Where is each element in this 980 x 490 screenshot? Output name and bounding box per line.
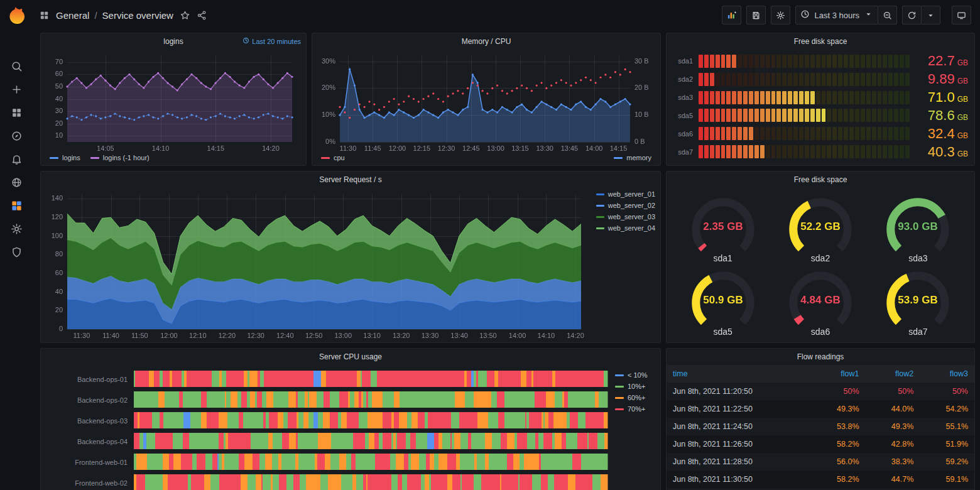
legend-label: 70%+ bbox=[628, 405, 645, 413]
legend-item[interactable]: web_server_03 bbox=[596, 213, 655, 220]
legend-item[interactable]: 60%+ bbox=[615, 394, 656, 401]
add-panel-button[interactable] bbox=[722, 6, 741, 24]
disk-cell bbox=[782, 73, 787, 86]
disk-cell bbox=[799, 73, 803, 86]
panel-title[interactable]: Free disk space bbox=[794, 175, 847, 184]
disk-cell bbox=[849, 55, 854, 68]
legend-item[interactable]: cpu bbox=[321, 154, 345, 161]
disk-cell bbox=[810, 145, 815, 158]
disk-cell bbox=[878, 55, 882, 68]
legend-label: web_server_02 bbox=[608, 202, 655, 209]
panel-title[interactable]: logins bbox=[163, 37, 183, 46]
disk-cell bbox=[793, 73, 798, 86]
legend-item[interactable]: 10%+ bbox=[615, 383, 656, 390]
save-dashboard-button[interactable] bbox=[746, 6, 766, 24]
disk-cell bbox=[788, 127, 792, 140]
column-header-flow2[interactable]: flow2 bbox=[866, 365, 920, 383]
disk-cell bbox=[844, 145, 848, 158]
disk-cell bbox=[766, 91, 770, 104]
sidebar-item-explore[interactable] bbox=[4, 125, 29, 147]
breadcrumb: General / Service overview bbox=[56, 10, 173, 21]
sidebar-item-configuration[interactable] bbox=[4, 218, 29, 240]
panel-free-disk-gauges: Free disk space sda1sda2sda3sda5sda6sda7 bbox=[666, 171, 975, 343]
disk-cell bbox=[883, 145, 887, 158]
legend-item[interactable]: memory bbox=[614, 154, 651, 161]
cell-time: Jun 8th, 2021 11:30:50 bbox=[667, 471, 811, 488]
disk-cell bbox=[810, 55, 815, 68]
legend-label: web_server_03 bbox=[608, 213, 655, 220]
panel-title[interactable]: Server Request / s bbox=[319, 175, 381, 184]
legend-item[interactable]: web_server_02 bbox=[596, 202, 655, 209]
disk-cell bbox=[849, 91, 854, 104]
gauge-label: sda5 bbox=[713, 327, 732, 337]
disk-row: sda371.0GB bbox=[673, 89, 968, 106]
column-header-flow1[interactable]: flow1 bbox=[811, 365, 866, 383]
breadcrumb-folder[interactable]: General bbox=[56, 10, 89, 21]
disk-cell bbox=[710, 73, 714, 86]
disk-cell bbox=[732, 127, 736, 140]
legend-item[interactable]: 70%+ bbox=[615, 405, 656, 413]
column-header-flow3[interactable]: flow3 bbox=[920, 365, 974, 383]
disk-cell bbox=[771, 145, 776, 158]
panel-title[interactable]: Memory / CPU bbox=[462, 37, 511, 46]
tv-mode-button[interactable] bbox=[952, 6, 971, 24]
sidebar-item-create[interactable] bbox=[4, 79, 29, 101]
refresh-interval-dropdown[interactable] bbox=[921, 6, 940, 24]
disk-cell bbox=[726, 73, 731, 86]
dashboard-settings-button[interactable] bbox=[771, 6, 790, 24]
sidebar-item-search[interactable] bbox=[4, 55, 29, 77]
sidebar-item-app-dashboard[interactable] bbox=[4, 195, 29, 217]
disk-cell bbox=[855, 109, 859, 122]
disk-cell bbox=[766, 55, 770, 68]
panel-time-override[interactable]: Last 20 minutes bbox=[242, 37, 301, 45]
sidebar-item-alerting[interactable] bbox=[4, 148, 29, 170]
legend-item[interactable]: web_server_01 bbox=[596, 190, 655, 198]
gauge-cell: sda6 bbox=[771, 263, 869, 337]
disk-cell bbox=[816, 127, 820, 140]
cpu-row-label: Backend-ops-03 bbox=[41, 410, 134, 431]
breadcrumb-dashboard-title[interactable]: Service overview bbox=[102, 10, 173, 21]
zoom-out-button[interactable] bbox=[878, 6, 897, 24]
disk-cell bbox=[844, 55, 848, 68]
sidebar-item-dashboards[interactable] bbox=[4, 102, 29, 124]
cpu-row-label: Backend-ops-01 bbox=[41, 369, 134, 389]
disk-cell bbox=[704, 73, 709, 86]
panel-title[interactable]: Free disk space bbox=[794, 37, 847, 46]
table-row: Jun 8th, 2021 11:30:5058.2%44.7%59.1% bbox=[667, 471, 974, 488]
panel-memory-cpu: Memory / CPU cpumemory bbox=[312, 33, 661, 166]
sidebar-item-plugins[interactable] bbox=[4, 172, 29, 193]
disk-row: sda29.89GB bbox=[673, 70, 968, 88]
legend-item[interactable]: < 10% bbox=[615, 371, 656, 379]
disk-cell bbox=[710, 145, 714, 158]
legend-item[interactable]: logins (-1 hour) bbox=[90, 154, 150, 161]
disk-cell bbox=[861, 91, 865, 104]
gauge-label: sda7 bbox=[908, 327, 927, 337]
column-header-time[interactable]: time bbox=[667, 365, 811, 383]
sidebar-item-server-admin[interactable] bbox=[4, 241, 29, 263]
cell-flow3: 55.1% bbox=[920, 418, 974, 435]
time-range-picker[interactable]: Last 3 hours bbox=[795, 6, 878, 24]
disk-bar bbox=[699, 145, 910, 158]
cell-time: Jun 8th, 2021 11:26:50 bbox=[667, 435, 811, 453]
disk-cell bbox=[699, 127, 703, 140]
clock-icon bbox=[800, 9, 810, 21]
grafana-logo-icon[interactable] bbox=[6, 5, 27, 26]
gauge bbox=[677, 193, 770, 251]
cell-flow3: 54.2% bbox=[920, 400, 974, 418]
legend-item[interactable]: web_server_04 bbox=[596, 224, 655, 232]
disk-cell bbox=[849, 109, 854, 122]
disk-cell bbox=[816, 109, 820, 122]
legend-item[interactable]: logins bbox=[50, 154, 80, 161]
disk-cell bbox=[699, 145, 703, 158]
legend-marker bbox=[321, 157, 330, 159]
disk-cell bbox=[710, 91, 714, 104]
panel-title[interactable]: Server CPU usage bbox=[319, 352, 382, 361]
share-icon[interactable] bbox=[197, 10, 207, 21]
panel-title[interactable]: Flow readings bbox=[797, 352, 844, 361]
panel-server-cpu-usage: Server CPU usage Backend-ops-01Backend-o… bbox=[40, 348, 661, 490]
gauge-label: sda1 bbox=[713, 253, 732, 263]
star-icon[interactable] bbox=[180, 10, 190, 21]
disk-cell bbox=[776, 127, 781, 140]
disk-cell bbox=[827, 73, 831, 86]
refresh-button[interactable] bbox=[902, 6, 922, 24]
